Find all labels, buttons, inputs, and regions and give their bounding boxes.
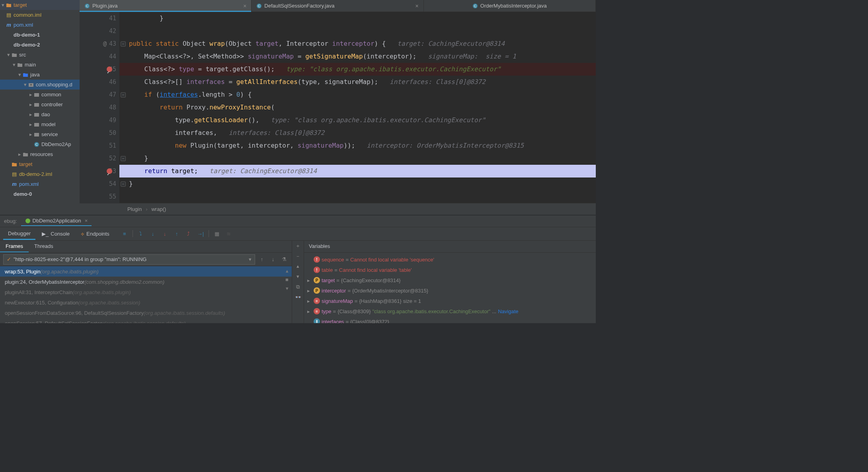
error-icon: ! <box>314 256 320 263</box>
tab-endpoints[interactable]: ⟡Endpoints <box>76 228 114 240</box>
tab-interceptor[interactable]: COrderMybatisInterceptor.java <box>424 0 596 12</box>
remove-watch-icon[interactable]: － <box>295 253 302 260</box>
prev-frame-icon[interactable]: ↑ <box>257 256 266 262</box>
tree-item-common[interactable]: ▸common <box>0 90 80 99</box>
tab-debugger[interactable]: Debugger <box>3 228 35 240</box>
tree-item-target2[interactable]: target <box>0 159 80 169</box>
tree-item-service[interactable]: ▸service <box>0 129 80 139</box>
tree-item-iml2[interactable]: ▤db-demo-2.iml <box>0 169 80 179</box>
tab-sessionfactory[interactable]: CDefaultSqlSessionFactory.java× <box>252 0 423 12</box>
tab-plugin[interactable]: CPlugin.java× <box>80 0 252 12</box>
tree-item-app[interactable]: CDbDemo2Ap <box>0 139 80 149</box>
package-icon <box>33 121 40 128</box>
debug-run-tab[interactable]: DbDemo2Application × <box>21 216 92 226</box>
scroll-up-icon[interactable]: ▴ <box>284 268 290 274</box>
run-to-cursor-icon[interactable]: →| <box>197 230 205 238</box>
tree-item-package[interactable]: ▾com.shopping.d <box>0 80 80 90</box>
add-watch-icon[interactable]: ＋ <box>295 242 302 250</box>
svg-text:C: C <box>258 4 261 8</box>
chevron-down-icon: ▾ <box>249 256 252 262</box>
svg-rect-4 <box>34 113 39 117</box>
var-row: ▸P interceptor = {OrderMybatisIntercepto… <box>304 285 596 296</box>
tree-item-model[interactable]: ▸model <box>0 119 80 129</box>
package-icon <box>33 92 40 98</box>
tree-item-dao[interactable]: ▸dao <box>0 109 80 119</box>
folder-blue-icon <box>22 72 29 78</box>
glasses-icon[interactable]: 👓 <box>295 294 302 301</box>
iml-file-icon: ▤ <box>6 12 12 18</box>
tree-item-java[interactable]: ▾java <box>0 70 80 80</box>
tree-item-main[interactable]: ▾main <box>0 60 80 70</box>
java-class-icon: C <box>256 3 262 9</box>
evaluate-icon[interactable]: ▦ <box>213 230 221 238</box>
package-icon <box>28 82 34 88</box>
tab-console[interactable]: ▶_Console <box>37 228 74 239</box>
tree-item-pom2[interactable]: mpom.xml <box>0 179 80 189</box>
var-row: ▸P target = {CachingExecutor@8314} <box>304 275 596 285</box>
project-tree: ▾target ▤common.iml mpom.xml db-demo-1 d… <box>0 0 80 215</box>
frame-row: wrap:53, Plugin (org.apache.ibatis.plugi… <box>0 266 292 277</box>
package-icon <box>33 101 40 108</box>
force-step-into-icon[interactable]: ↓ <box>161 230 169 238</box>
module-icon <box>6 191 12 197</box>
tree-item-demo0[interactable]: demo-0 <box>0 189 80 199</box>
tree-item-target[interactable]: ▾target <box>0 0 80 10</box>
breadcrumb[interactable]: Plugin › wrap() <box>80 203 596 215</box>
navigate-link[interactable]: Navigate <box>498 308 518 314</box>
variables-list[interactable]: ! sequence = Cannot find local variable … <box>304 253 596 323</box>
tree-item-dbdemo2[interactable]: db-demo-2 <box>0 40 80 50</box>
filter-icon[interactable]: ⚗ <box>280 256 289 262</box>
next-frame-icon[interactable]: ↓ <box>269 256 277 262</box>
svg-rect-5 <box>34 123 39 127</box>
show-execution-icon[interactable]: ≡ <box>121 230 129 238</box>
step-into-icon[interactable]: ↓ <box>149 230 157 238</box>
code-editor[interactable]: 41 42 @43− 44 45 46 47− 48 49 50 51 52− … <box>80 12 596 215</box>
tree-item-common-iml[interactable]: ▤common.iml <box>0 10 80 20</box>
step-over-icon[interactable]: ⤵ <box>137 230 145 238</box>
tree-item-pom[interactable]: mpom.xml <box>0 20 80 30</box>
field-icon: ≡ <box>314 298 320 304</box>
frame-list[interactable]: wrap:53, Plugin (org.apache.ibatis.plugi… <box>0 266 292 323</box>
param-icon: P <box>314 277 320 283</box>
tree-item-resources[interactable]: ▸resources <box>0 149 80 159</box>
copy-icon[interactable]: ⧉ <box>295 284 302 291</box>
thread-selector[interactable]: ✓ "http-nio-8025-exec-2"@7,444 in group … <box>3 254 255 265</box>
trace-icon[interactable]: ≋ <box>225 230 233 238</box>
folder-orange-icon <box>11 161 18 168</box>
package-icon <box>33 111 40 118</box>
spring-app-icon: C <box>33 141 40 148</box>
up-icon[interactable]: ▴ <box>295 263 302 270</box>
down-icon[interactable]: ▾ <box>295 273 302 281</box>
var-row: ! table = Cannot find local variable 'ta… <box>304 265 596 275</box>
scroll-down-icon[interactable]: ▾ <box>284 285 290 292</box>
var-row: ⦀ interfaces = {Class[0]@8372} <box>304 316 596 323</box>
tab-frames[interactable]: Frames <box>0 241 29 252</box>
var-row: ! sequence = Cannot find local variable … <box>304 254 596 265</box>
folder-icon <box>17 62 23 68</box>
folder-res-icon <box>22 151 29 158</box>
java-class-icon: C <box>84 3 90 9</box>
tree-item-controller[interactable]: ▸controller <box>0 99 80 109</box>
scroll-marker-icon: ■ <box>284 277 290 283</box>
variables-pane: ＋ － ▴ ▾ ⧉ 👓 Variables ! sequence = Canno… <box>292 241 596 323</box>
console-icon: ▶_ <box>42 231 49 237</box>
tab-threads[interactable]: Threads <box>29 241 59 252</box>
svg-point-15 <box>25 218 30 223</box>
tree-item-dbdemo1[interactable]: db-demo-1 <box>0 30 80 40</box>
close-icon[interactable]: × <box>243 3 246 9</box>
var-row: ▸≡ type = {Class@8309} "class org.apache… <box>304 306 596 316</box>
code-lines[interactable]: } public static Object wrap(Object targe… <box>119 12 596 203</box>
step-out-icon[interactable]: ↑ <box>173 230 181 238</box>
close-icon[interactable]: × <box>85 218 88 224</box>
param-icon: P <box>314 287 320 294</box>
spring-icon <box>25 218 31 224</box>
line-number-gutter[interactable]: 41 42 @43− 44 45 46 47− 48 49 50 51 52− … <box>80 12 119 203</box>
frames-pane: Frames Threads ✓ "http-nio-8025-exec-2"@… <box>0 241 292 323</box>
tree-item-src[interactable]: ▾src <box>0 50 80 60</box>
editor-tabs: CPlugin.java× CDefaultSqlSessionFactory.… <box>80 0 596 12</box>
folder-orange-icon <box>6 2 12 8</box>
close-icon[interactable]: × <box>415 3 418 9</box>
drop-frame-icon[interactable]: ⤴ <box>185 230 193 238</box>
frame-row: plugin:24, OrderMybatisInterceptor (com.… <box>0 277 292 287</box>
svg-text:C: C <box>35 142 38 146</box>
